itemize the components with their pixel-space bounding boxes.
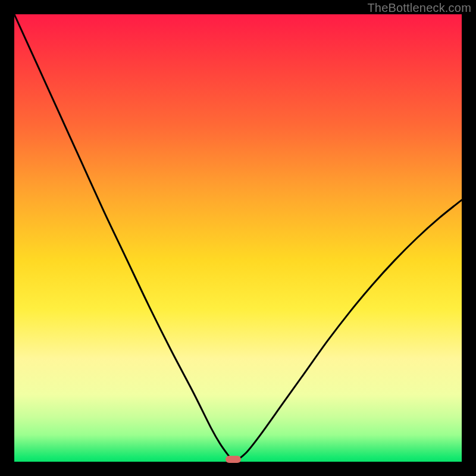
chart-frame: TheBottleneck.com	[0, 0, 476, 476]
curve-path	[14, 14, 462, 462]
watermark-text: TheBottleneck.com	[367, 1, 471, 15]
minimum-marker	[226, 456, 241, 463]
bottleneck-curve	[14, 14, 462, 462]
plot-area	[14, 14, 462, 462]
